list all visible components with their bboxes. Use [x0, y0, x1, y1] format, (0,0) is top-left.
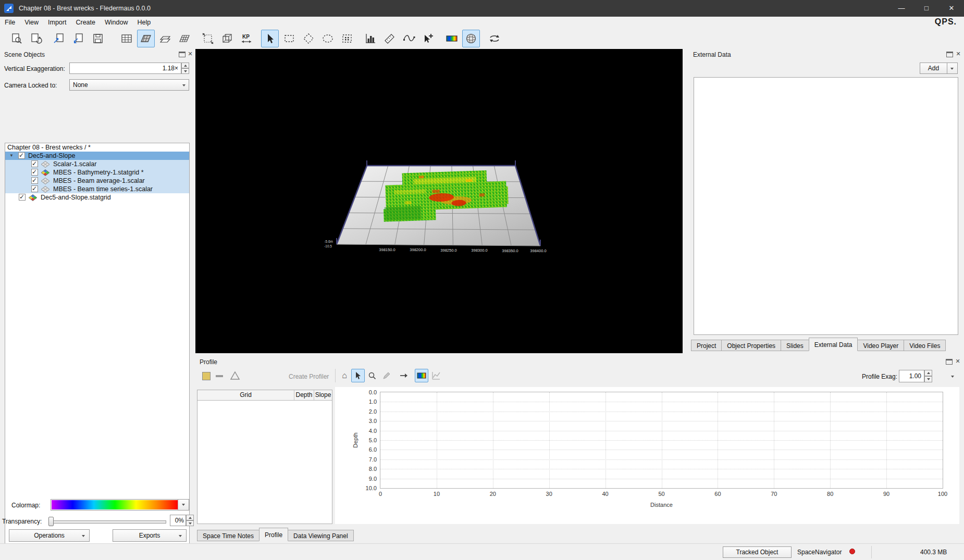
- profile-select-button[interactable]: [351, 369, 365, 382]
- column-depth[interactable]: Depth: [294, 390, 314, 400]
- diamond-select-button[interactable]: [300, 30, 317, 47]
- scene-refresh-button[interactable]: [27, 30, 45, 47]
- checkbox[interactable]: [19, 194, 26, 201]
- profile-plot-button[interactable]: [429, 369, 443, 382]
- tab-project[interactable]: Project: [691, 340, 722, 351]
- menu-create[interactable]: Create: [71, 17, 100, 28]
- save-button[interactable]: [89, 30, 107, 47]
- transparency-input[interactable]: 0%: [170, 515, 186, 526]
- undock-panel-icon[interactable]: [946, 359, 953, 365]
- colormap-dropdown[interactable]: [51, 499, 189, 511]
- external-data-list[interactable]: [694, 77, 958, 335]
- minimize-button[interactable]: —: [889, 0, 914, 17]
- undock-panel-icon[interactable]: [946, 52, 953, 57]
- undock-panel-icon[interactable]: [179, 52, 186, 57]
- transparency-spinner[interactable]: [186, 515, 194, 526]
- tab-profile[interactable]: Profile: [259, 528, 288, 541]
- vertical-exaggeration-input[interactable]: 1.18×: [69, 63, 181, 74]
- colormap-button[interactable]: [443, 30, 461, 47]
- column-grid[interactable]: Grid: [197, 390, 294, 400]
- profile-plot-area[interactable]: Depth Distance 0.01.02.03.04.05.06.07.08…: [380, 392, 943, 489]
- profile-exag-spinner[interactable]: [924, 370, 932, 382]
- exports-button[interactable]: Exports: [113, 529, 187, 542]
- operations-button[interactable]: Operations: [9, 529, 90, 542]
- checkbox[interactable]: [31, 177, 38, 184]
- tab-video-player[interactable]: Video Player: [857, 340, 904, 351]
- column-slope[interactable]: Slope: [314, 390, 332, 400]
- tab-video-files[interactable]: Video Files: [904, 340, 946, 351]
- add-button[interactable]: Add: [920, 63, 947, 74]
- select-mode-button[interactable]: [261, 30, 279, 47]
- checkbox[interactable]: [31, 160, 38, 167]
- tracked-object-manager-button[interactable]: Tracked Object Manager...: [723, 546, 792, 558]
- checkbox[interactable]: [18, 152, 25, 159]
- profile-colormap-button[interactable]: [415, 369, 428, 382]
- spin-up-icon[interactable]: [181, 63, 189, 68]
- transparency-slider-track[interactable]: [50, 520, 166, 524]
- menu-import[interactable]: Import: [43, 17, 71, 28]
- spin-down-icon[interactable]: [924, 376, 932, 382]
- menu-view[interactable]: View: [20, 17, 43, 28]
- tab-object-properties[interactable]: Object Properties: [721, 340, 781, 351]
- create-profiler-button[interactable]: Create Profiler: [289, 373, 329, 380]
- profile-color-swatch[interactable]: [202, 372, 211, 380]
- tree-item-statgrid[interactable]: Dec5-and-Slope.statgrid: [5, 193, 189, 202]
- tab-slides[interactable]: Slides: [781, 340, 809, 351]
- ellipse-select-button[interactable]: [319, 30, 337, 47]
- profile-options-chevron[interactable]: [946, 370, 959, 383]
- maximize-button[interactable]: □: [914, 0, 939, 17]
- tree-item-scalar[interactable]: MBES - Beam time series-1.scalar: [5, 185, 189, 193]
- close-panel-icon[interactable]: ✕: [187, 51, 194, 58]
- profile-zoom-button[interactable]: [365, 369, 379, 382]
- scene-magnify-button[interactable]: [8, 30, 26, 47]
- spin-up-icon[interactable]: [186, 515, 194, 520]
- illumination-button[interactable]: [462, 30, 480, 47]
- transparency-slider-handle[interactable]: [48, 517, 54, 526]
- home-view-button[interactable]: ⌂: [338, 369, 351, 382]
- shaded-surface-button[interactable]: [137, 30, 155, 47]
- tab-external-data[interactable]: External Data: [809, 338, 858, 351]
- tree-root-item[interactable]: Chapter 08 - Brest wrecks / *: [5, 143, 189, 152]
- menu-help[interactable]: Help: [132, 17, 155, 28]
- profile-exag-input[interactable]: 1.00: [899, 370, 924, 382]
- tab-space-time-notes[interactable]: Space Time Notes: [197, 530, 259, 541]
- tree-item-group[interactable]: ▼ Dec5-and-Slope: [5, 152, 189, 160]
- layers-button[interactable]: [156, 30, 174, 47]
- remove-profile-icon[interactable]: [216, 375, 223, 377]
- tab-data-viewing-panel[interactable]: Data Viewing Panel: [288, 530, 354, 541]
- close-panel-icon[interactable]: ✕: [954, 358, 961, 365]
- tree-item-scalar[interactable]: Scalar-1.scalar: [5, 160, 189, 168]
- pick-point-button[interactable]: [419, 30, 437, 47]
- close-panel-icon[interactable]: ✕: [955, 51, 962, 58]
- menu-file[interactable]: File: [0, 17, 20, 28]
- mesh-button[interactable]: [176, 30, 193, 47]
- measure-button[interactable]: [381, 30, 399, 47]
- export-data-button[interactable]: [70, 30, 88, 47]
- tree-item-scalar[interactable]: MBES - Beam average-1.scalar: [5, 177, 189, 185]
- rect-select-button[interactable]: [280, 30, 298, 47]
- spin-up-icon[interactable]: [924, 370, 932, 376]
- spline-button[interactable]: [400, 30, 418, 47]
- add-dropdown-button[interactable]: [947, 63, 958, 74]
- bounding-cube-button[interactable]: [218, 30, 236, 47]
- zoom-extent-button[interactable]: [199, 30, 217, 47]
- spin-down-icon[interactable]: [181, 68, 189, 74]
- checkbox[interactable]: [31, 169, 38, 176]
- spin-down-icon[interactable]: [186, 520, 194, 526]
- vertical-exaggeration-spinner[interactable]: [181, 63, 189, 74]
- checkbox[interactable]: [31, 185, 38, 192]
- tree-item-statgrid[interactable]: MBES - Bathymetry-1.statgrid *: [5, 168, 189, 177]
- grid-view-button[interactable]: [118, 30, 135, 47]
- import-data-button[interactable]: [51, 30, 68, 47]
- scene-3d-viewport[interactable]: 398150.0 398200.0 398250.0 398300.0 3983…: [195, 49, 683, 353]
- profile-export-button[interactable]: [397, 369, 411, 382]
- collapse-icon[interactable]: ▼: [9, 152, 14, 160]
- turntable-button[interactable]: [486, 30, 503, 47]
- histogram-button[interactable]: [362, 30, 379, 47]
- profile-grid-table[interactable]: Grid Depth Slope: [197, 390, 332, 524]
- close-button[interactable]: ✕: [939, 0, 964, 17]
- profile-edit-button[interactable]: [380, 369, 393, 382]
- kp-tool-button[interactable]: KP: [238, 30, 255, 47]
- grid-select-button[interactable]: [338, 30, 356, 47]
- camera-locked-combobox[interactable]: None: [69, 79, 189, 91]
